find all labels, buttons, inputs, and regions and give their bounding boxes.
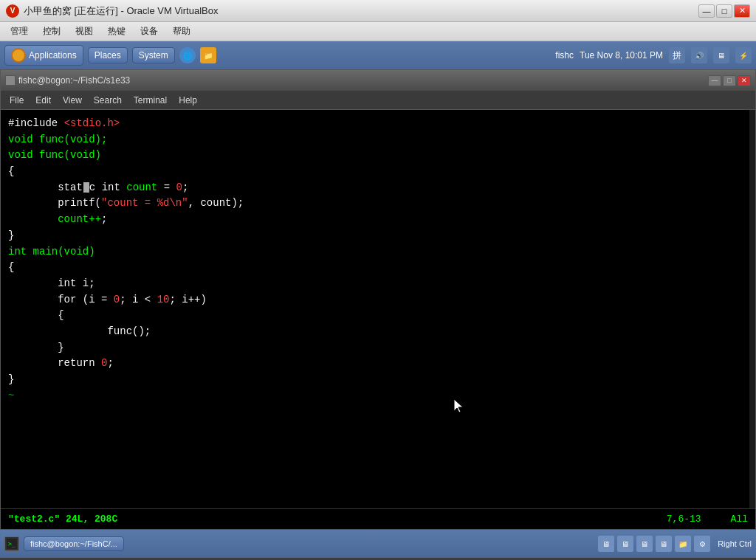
code-line-15: { (8, 260, 748, 276)
bottom-right-label: Right Ctrl (713, 539, 752, 548)
taskbar-terminal-icon: >_ (4, 536, 19, 551)
system-label: System (139, 50, 168, 61)
vbox-menu-device[interactable]: 设备 (134, 24, 164, 39)
network-icon[interactable]: 🖥 (713, 47, 729, 63)
terminal-icon (5, 75, 16, 86)
vbox-titlebar: V 小甲鱼的窝 [正在运行] - Oracle VM VirtualBox — … (0, 0, 756, 22)
vbox-menu-view[interactable]: 视图 (69, 24, 99, 39)
taskbar-terminal-label: fishc@bogon:~/FishC/... (30, 539, 117, 548)
term-menu-file[interactable]: File (7, 94, 27, 107)
code-scrollbar[interactable] (749, 110, 755, 508)
guest-taskbar-bottom: >_ fishc@bogon:~/FishC/... 🖥 🖥 🖥 🖥 📁 ⚙ R… (0, 530, 756, 558)
vbox-title-left: V 小甲鱼的窝 [正在运行] - Oracle VM VirtualBox (6, 4, 218, 18)
vim-scroll: All (731, 514, 748, 525)
guest-taskbar-top: Applications Places System 🌐 📁 fishc Tue… (0, 41, 756, 69)
volume-icon[interactable]: 🔊 (691, 47, 707, 63)
code-line-7: statc int count = 0; (8, 180, 748, 196)
code-line-21: } (8, 340, 748, 356)
code-editor-area[interactable]: #include <stdio.h> void func(void); void… (1, 110, 755, 508)
datetime-label: Tue Nov 8, 10:01 PM (580, 50, 663, 61)
code-line-19: { (8, 308, 748, 324)
applications-label: Applications (29, 50, 77, 61)
tray-icon-4[interactable]: 🖥 (656, 536, 672, 552)
code-line-11: count++; (8, 212, 748, 228)
terminal-title-text: fishc@bogon:~/FishC/s1e33 (18, 75, 130, 86)
applications-icon (11, 48, 26, 63)
code-line-5: void func(void) (8, 148, 748, 164)
terminal-titlebar: fishc@bogon:~/FishC/s1e33 — □ ✕ (1, 70, 755, 91)
code-line-3: void func(void); (8, 132, 748, 148)
term-menu-help[interactable]: Help (176, 94, 200, 107)
vim-position-area: 7,6-13 All (667, 514, 748, 525)
tray-icon-1[interactable]: 🖥 (598, 536, 614, 552)
svg-text:>_: >_ (8, 541, 16, 547)
tray-icon-3[interactable]: 🖥 (636, 536, 653, 552)
vim-filename-status: "test2.c" 24L, 208C (8, 514, 117, 525)
places-label: Places (94, 50, 121, 61)
terminal-window-controls: — □ ✕ (708, 75, 751, 86)
code-line-18: for (i = 0; i < 10; i++) (8, 292, 748, 308)
vim-position: 7,6-13 (667, 514, 701, 525)
term-menu-view[interactable]: View (60, 94, 85, 107)
tray-icon-folder[interactable]: 📁 (675, 536, 691, 552)
terminal-title-left: fishc@bogon:~/FishC/s1e33 (5, 75, 130, 86)
terminal-maximize-button[interactable]: □ (723, 75, 736, 86)
username-label: fishc (555, 50, 574, 61)
terminal-window: fishc@bogon:~/FishC/s1e33 — □ ✕ File Edi… (0, 69, 756, 530)
terminal-minimize-button[interactable]: — (708, 75, 721, 86)
places-button[interactable]: Places (88, 47, 128, 63)
vbox-menu-help[interactable]: 帮助 (167, 24, 196, 39)
code-line-12: } (8, 228, 748, 244)
code-line-16: int i; (8, 276, 748, 292)
taskbar-terminal-button[interactable]: fishc@bogon:~/FishC/... (24, 536, 124, 551)
code-line-6: { (8, 164, 748, 180)
terminal-menubar: File Edit View Search Terminal Help (1, 91, 755, 110)
taskbar-right-area: fishc Tue Nov 8, 10:01 PM 拼 🔊 🖥 ⚡ (555, 47, 752, 63)
vbox-logo-icon: V (6, 4, 19, 18)
bottom-right-tray: 🖥 🖥 🖥 🖥 📁 ⚙ Right Ctrl (598, 536, 752, 552)
vbox-window-controls: — □ ✕ (698, 4, 750, 18)
vbox-menu-control[interactable]: 控制 (37, 24, 66, 39)
code-line-23: return 0; (8, 356, 748, 372)
vbox-restore-button[interactable]: □ (716, 4, 732, 18)
term-menu-edit[interactable]: Edit (32, 94, 54, 107)
term-menu-terminal[interactable]: Terminal (131, 94, 170, 107)
tray-icon-2[interactable]: 🖥 (617, 536, 633, 552)
code-line-24: } (8, 372, 748, 388)
system-button[interactable]: System (132, 47, 175, 63)
code-line-9: printf("count = %d\n", count); (8, 196, 748, 212)
terminal-close-button[interactable]: ✕ (738, 75, 751, 86)
input-method-icon[interactable]: 拼 (669, 47, 685, 63)
code-line-25: ~ (8, 388, 748, 404)
vbox-menu-hotkey[interactable]: 热键 (102, 24, 131, 39)
folder-icon[interactable]: 📁 (200, 47, 216, 63)
term-menu-search[interactable]: Search (91, 94, 125, 107)
browser-icon[interactable]: 🌐 (179, 47, 196, 63)
vbox-window-title: 小甲鱼的窝 [正在运行] - Oracle VM VirtualBox (24, 4, 218, 18)
applications-button[interactable]: Applications (4, 45, 83, 66)
power-icon[interactable]: ⚡ (735, 47, 752, 63)
vbox-menu-manage[interactable]: 管理 (4, 24, 34, 39)
code-line-1: #include <stdio.h> (8, 116, 748, 132)
tray-icon-settings[interactable]: ⚙ (694, 536, 710, 552)
vim-status-bar: "test2.c" 24L, 208C 7,6-13 All (1, 508, 755, 529)
vbox-minimize-button[interactable]: — (698, 4, 715, 18)
code-line-14: int main(void) (8, 244, 748, 260)
vbox-close-button[interactable]: ✕ (734, 4, 750, 18)
code-line-20: func(); (8, 324, 748, 340)
vbox-menubar: 管理 控制 视图 热键 设备 帮助 (0, 22, 756, 41)
